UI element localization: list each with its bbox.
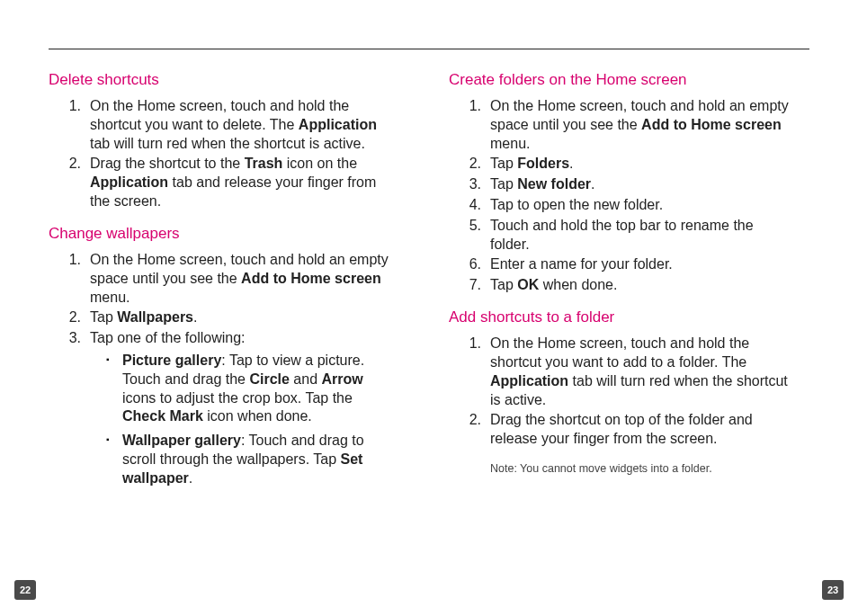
text-bold: Application [490,373,568,388]
text: menu. [490,136,530,151]
list-delete-shortcuts: 1. On the Home screen, touch and hold th… [49,97,395,211]
note-text: Note: You cannot move widgets into a fol… [449,461,795,476]
text-bold: Circle [249,371,289,387]
list-change-wallpapers: 1. On the Home screen, touch and hold an… [49,251,395,488]
heading-add-shortcuts-to-folder: Add shortcuts to a folder [449,308,795,327]
list-item: 1. On the Home screen, touch and hold an… [81,251,395,307]
left-column: Delete shortcuts 1. On the Home screen, … [49,70,395,501]
list-item: 4. Tap to open the new folder. [481,196,795,215]
text-bold: Application [299,117,377,132]
text: On the Home screen, touch and hold the s… [490,335,749,370]
list-add-shortcuts-to-folder: 1. On the Home screen, touch and hold th… [449,335,795,449]
list-item: 3. Tap one of the following: Picture gal… [81,329,395,487]
list-item: Wallpaper gallery: Touch and drag to scr… [115,432,395,487]
text-bold: New folder [517,176,591,192]
list-item: 2. Tap Wallpapers. [81,308,395,327]
text-bold: Trash [245,156,283,171]
text: tab will turn red when the shortcut is a… [90,136,365,151]
text: Enter a name for your folder. [490,256,673,272]
heading-delete-shortcuts: Delete shortcuts [49,70,395,90]
text: menu. [90,290,130,305]
text: when done. [539,277,617,292]
text: Drag the shortcut on top of the folder a… [490,412,753,446]
text-bold: Folders [517,156,569,171]
text-bold: Add to Home screen [241,271,381,286]
text: Tap [490,156,517,171]
text-bold: Application [90,174,168,190]
list-item: 2. Tap Folders. [481,155,795,174]
list-item: 7. Tap OK when done. [481,276,795,295]
text: . [569,156,573,171]
text: icon when done. [203,408,312,424]
text: Tap [90,309,117,325]
list-item: 1. On the Home screen, touch and hold th… [81,97,395,153]
list-item: 1. On the Home screen, touch and hold an… [481,97,795,153]
text-bold: OK [517,277,539,292]
right-column: Create folders on the Home screen 1. On … [449,70,795,501]
list-item: Picture gallery: Tap to view a picture. … [115,352,395,426]
list-create-folders: 1. On the Home screen, touch and hold an… [449,97,795,295]
heading-change-wallpapers: Change wallpapers [49,224,395,244]
horizontal-rule [49,49,809,49]
text: . [591,176,594,192]
list-item: 6. Enter a name for your folder. [481,255,795,274]
text-bold: Wallpaper gallery [122,433,241,448]
text: Tap one of the following: [90,330,246,345]
text: Tap [490,176,517,192]
heading-create-folders: Create folders on the Home screen [449,70,795,90]
text: Drag the shortcut to the [90,156,245,171]
sublist: Picture gallery: Tap to view a picture. … [90,352,395,488]
text-bold: Arrow [322,371,363,387]
text: icon on the [282,156,357,171]
page-columns: Delete shortcuts 1. On the Home screen, … [0,0,858,501]
text: icons to adjust the crop box. Tap the [122,390,353,406]
text-bold: Check Mark [122,408,203,424]
text: Touch and hold the top bar to rename the… [490,218,754,252]
text-bold: Picture gallery [122,353,221,368]
list-item: 3. Tap New folder. [481,175,795,194]
list-item: 2. Drag the shortcut to the Trash icon o… [81,155,395,210]
text: . [189,470,192,486]
list-item: 2. Drag the shortcut on top of the folde… [481,411,795,449]
text: Tap [490,277,517,292]
text: Tap to open the new folder. [490,197,663,212]
text: and [290,371,322,387]
page-number-right: 23 [822,580,844,600]
list-item: 1. On the Home screen, touch and hold th… [481,335,795,409]
text: . [193,309,197,325]
text-bold: Wallpapers [117,309,193,325]
list-item: 5. Touch and hold the top bar to rename … [481,217,795,254]
page-number-left: 22 [14,580,36,600]
text-bold: Add to Home screen [641,117,782,132]
